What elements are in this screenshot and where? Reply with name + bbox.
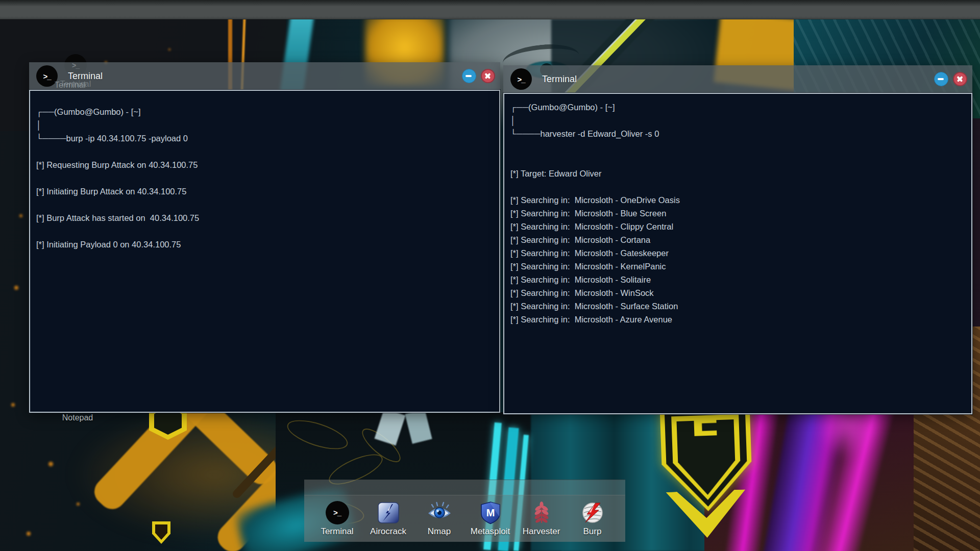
svg-text:M: M [486, 507, 495, 518]
dock-item-nmap[interactable]: Nmap [414, 500, 465, 537]
terminal-line: └────burp -ip 40.34.100.75 -payload 0 [36, 132, 492, 145]
dock-item-burp[interactable]: Burp [567, 500, 618, 537]
wallpaper-bokeh-dot [27, 532, 31, 536]
terminal-output[interactable]: ┌──(Gumbo@Gumbo) - [~]│└────burp -ip 40.… [29, 90, 500, 413]
terminal-line: [*] Burp Attack has started on 40.34.100… [36, 211, 492, 224]
close-button[interactable] [953, 72, 967, 86]
terminal-line: [*] Searching in: Microsloth - Azure Ave… [510, 313, 964, 326]
terminal-line: [*] Searching in: Microsloth - WinSock [510, 286, 964, 299]
nmap-icon [427, 500, 452, 525]
window-controls [462, 69, 495, 83]
dock-item-metasploit[interactable]: M Metasploit [465, 500, 516, 537]
terminal-line: [*] Initiating Payload 0 on 40.34.100.75 [36, 238, 492, 251]
dock-item-label: Terminal [321, 527, 353, 537]
terminal-line: [*] Initiating Burp Attack on 40.34.100.… [36, 185, 492, 198]
terminal-line: [*] Searching in: Microsloth - Surface S… [510, 299, 964, 313]
minimize-button[interactable] [462, 69, 476, 83]
terminal-line [36, 145, 492, 158]
window-titlebar[interactable]: >_ Terminal [29, 62, 500, 90]
airocrack-icon [376, 500, 401, 525]
terminal-output[interactable]: ┌──(Gumbo@Gumbo) - [~]│└────harvester -d… [503, 93, 972, 414]
terminal-line [510, 140, 964, 154]
window-controls [934, 72, 967, 86]
terminal-line: [*] Searching in: Microsloth - Solitaire [510, 273, 964, 286]
terminal-line: [*] Target: Edward Oliver [510, 167, 964, 180]
terminal-window-right: >_ Terminal ┌──(Gumbo@Gumbo) - [~]│└────… [503, 65, 972, 414]
wallpaper-bokeh-dot [11, 403, 15, 407]
terminal-line: [*] Searching in: Microsloth - KernelPan… [510, 260, 964, 273]
dock-item-airocrack[interactable]: Airocrack [363, 500, 414, 537]
dock: >_ Terminal Airocrack [304, 495, 625, 542]
dock-item-harvester[interactable]: Harvester [516, 500, 567, 537]
terminal-line: [*] Searching in: Microsloth - Blue Scre… [510, 207, 964, 220]
terminal-line [510, 180, 964, 193]
terminal-line: │ [510, 114, 964, 127]
harvester-icon [529, 500, 554, 525]
terminal-line: └────harvester -d Edward_Oliver -s 0 [510, 127, 964, 140]
terminal-icon: >_ [510, 68, 532, 90]
terminal-line: [*] Searching in: Microsloth - Gateskeep… [510, 246, 964, 260]
terminal-line: ┌──(Gumbo@Gumbo) - [~] [510, 101, 964, 114]
wallpaper-bokeh-dot [19, 214, 22, 217]
terminal-window-left: >_ Terminal Terminal ┌──(Gumbo@Gumbo) - … [29, 62, 500, 413]
window-titlebar[interactable]: >_ Terminal [503, 65, 972, 93]
terminal-line: ┌──(Gumbo@Gumbo) - [~] [36, 105, 492, 118]
desktop-icon-label: Notepad [62, 413, 93, 422]
wallpaper-bokeh-dot [14, 286, 18, 290]
terminal-icon: >_ [325, 500, 350, 525]
dock-item-label: Harvester [523, 527, 560, 537]
window-title: Terminal [68, 71, 103, 82]
terminal-line [510, 154, 964, 167]
dock-item-terminal[interactable]: >_ Terminal [312, 500, 363, 537]
terminal-line [36, 171, 492, 185]
dock-item-label: Airocrack [370, 527, 406, 537]
terminal-line: [*] Searching in: Microsloth - OneDrive … [510, 193, 964, 207]
top-bar [0, 0, 980, 19]
terminal-line: [*] Searching in: Microsloth - Cortana [510, 233, 964, 246]
dock-item-label: Burp [583, 527, 602, 537]
terminal-icon: >_ [36, 65, 58, 87]
metasploit-icon: M [478, 500, 503, 525]
window-title: Terminal [542, 74, 577, 85]
close-button[interactable] [481, 69, 495, 83]
desktop-screen: >_ Terminal Notepad >_ Terminal Terminal… [0, 0, 980, 551]
dock-item-label: Metasploit [471, 527, 510, 537]
terminal-line: [*] Requesting Burp Attack on 40.34.100.… [36, 158, 492, 171]
terminal-line: [*] Searching in: Microsloth - Clippy Ce… [510, 220, 964, 233]
wallpaper-bokeh-dot [168, 48, 170, 51]
wallpaper-bokeh-dot [48, 462, 53, 466]
terminal-line: │ [36, 118, 492, 132]
burp-icon [580, 500, 605, 525]
dock-item-label: Nmap [428, 527, 451, 537]
minimize-button[interactable] [934, 72, 948, 86]
terminal-line [36, 224, 492, 238]
terminal-line [36, 198, 492, 211]
dock-shelf [304, 480, 625, 495]
